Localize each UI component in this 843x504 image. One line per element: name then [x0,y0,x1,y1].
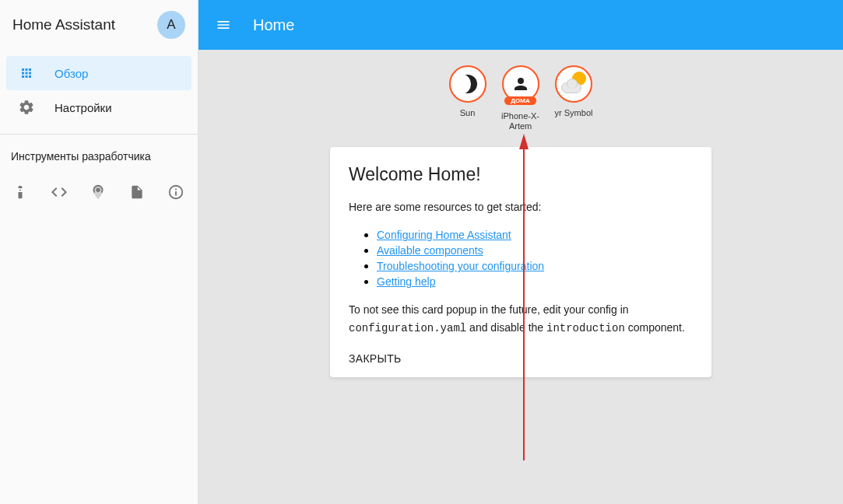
nav-item-label: Обзор [54,67,88,80]
badges-row: Sun ДОМА iPhone-X-Artem yr Symbol [449,65,593,131]
svg-point-0 [96,188,100,193]
card-intro: Here are some resources to get started: [349,199,693,215]
badge-circle [555,65,592,103]
badge-weather[interactable]: yr Symbol [555,65,593,131]
dev-tools-row [0,172,198,212]
page-title: Home [253,16,294,34]
dev-tools-title: Инструменты разработчика [0,138,198,172]
link-components[interactable]: Available components [377,244,483,257]
sidebar-header: Home Assistant A [0,0,198,50]
list-item: Troubleshooting your configuration [377,259,693,273]
grid-icon [17,64,36,82]
hamburger-button[interactable] [214,16,233,34]
link-troubleshooting[interactable]: Troubleshooting your configuration [377,260,544,272]
nav-item-overview[interactable]: Обзор [6,56,191,90]
main-area: Home Sun ДОМА iPhone-X-Artem [198,0,843,504]
weather-icon [560,72,588,96]
dev-tool-events[interactable] [89,183,107,201]
badge-label: iPhone-X-Artem [497,111,544,131]
badge-label: Sun [460,108,476,118]
person-icon [511,75,530,93]
dev-tool-templates[interactable] [128,183,146,201]
dev-tool-info[interactable] [167,183,185,201]
badge-iphone[interactable]: ДОМА iPhone-X-Artem [497,65,544,131]
list-item: Configuring Home Assistant [377,228,693,242]
badge-circle [449,65,486,103]
topbar: Home [198,0,843,50]
badge-label: yr Symbol [555,108,593,118]
divider [0,134,198,135]
gear-icon [17,98,36,117]
avatar[interactable]: A [157,11,185,39]
sidebar: Home Assistant A Обзор Настройки Инструм… [0,0,198,504]
dev-tool-states[interactable] [50,183,68,201]
dev-tool-services[interactable] [11,183,30,201]
app-title: Home Assistant [12,16,115,33]
welcome-card: Welcome Home! Here are some resources to… [330,147,711,377]
nav-item-settings[interactable]: Настройки [6,90,191,124]
card-title: Welcome Home! [349,164,693,185]
list-item: Available components [377,243,693,257]
list-item: Getting help [377,275,693,289]
resource-list: Configuring Home Assistant Available com… [360,228,693,289]
badge-sun[interactable]: Sun [449,65,486,131]
moon-icon [458,75,477,93]
content-area: Sun ДОМА iPhone-X-Artem yr Symbol [198,50,843,504]
card-footer-text: To not see this card popup in the future… [349,301,693,337]
close-button[interactable]: ЗАКРЫТЬ [349,352,693,365]
nav-item-label: Настройки [54,101,112,114]
nav-list: Обзор Настройки [0,50,198,131]
badge-status: ДОМА [504,96,536,105]
link-configuring[interactable]: Configuring Home Assistant [377,229,511,241]
link-help[interactable]: Getting help [377,275,436,288]
